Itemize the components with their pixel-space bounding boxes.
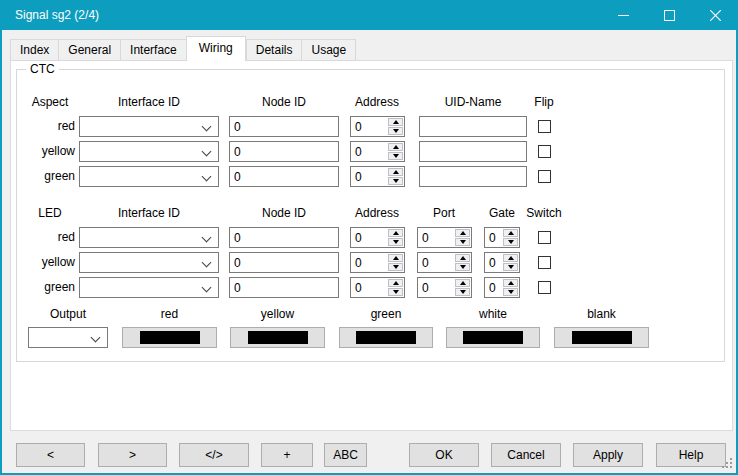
spinner-up-button[interactable]: [503, 254, 518, 262]
led-yellow-port-spinner[interactable]: 0: [417, 252, 472, 273]
black-swatch: [356, 331, 416, 344]
tab-details[interactable]: Details: [246, 39, 302, 61]
aspect-yellow-node-id-input[interactable]: [229, 141, 339, 162]
chevron-down-icon: [202, 172, 212, 182]
spinner-up-button[interactable]: [388, 229, 403, 237]
spinner-down-button[interactable]: [388, 152, 403, 160]
tab-wiring[interactable]: Wiring: [186, 36, 246, 61]
aspect-red-address-spinner[interactable]: 0: [350, 116, 405, 137]
spinner-down-button[interactable]: [388, 127, 403, 135]
spinner-down-button[interactable]: [388, 238, 403, 246]
led-green-node-id-input[interactable]: [229, 277, 339, 298]
led-red-port-spinner[interactable]: 0: [417, 227, 472, 248]
output-yellow-button[interactable]: [230, 327, 325, 348]
up-arrow-icon: [508, 281, 514, 285]
aspect-yellow-label: yellow: [10, 141, 75, 162]
prev-button[interactable]: <: [16, 443, 85, 467]
add-button[interactable]: +: [261, 443, 313, 467]
led-yellow-gate-spinner[interactable]: 0: [484, 252, 520, 273]
aspect-yellow-uid-name-input[interactable]: [419, 141, 527, 162]
led-yellow-interface-id-combobox[interactable]: [79, 252, 219, 273]
tab-interface[interactable]: Interface: [120, 39, 186, 61]
led-red-switch-checkbox[interactable]: [538, 231, 551, 244]
aspect-red-node-id-input[interactable]: [229, 116, 339, 137]
down-arrow-icon: [460, 265, 466, 269]
aspect-red-flip-checkbox[interactable]: [538, 120, 551, 133]
spinner-down-button[interactable]: [503, 238, 518, 246]
led-green-address-spinner[interactable]: 0: [350, 277, 405, 298]
spinner-down-button[interactable]: [455, 238, 470, 246]
output-blank-button[interactable]: [554, 327, 649, 348]
spinner-up-button[interactable]: [388, 279, 403, 287]
aspect-green-flip-checkbox[interactable]: [538, 170, 551, 183]
aspect-green-address-spinner[interactable]: 0: [350, 166, 405, 187]
spinner-up-button[interactable]: [388, 168, 403, 176]
led-green-port-spinner[interactable]: 0: [417, 277, 472, 298]
led-green-gate-spinner[interactable]: 0: [484, 277, 520, 298]
spinner-down-button[interactable]: [455, 288, 470, 296]
led-red-address-spinner[interactable]: 0: [350, 227, 405, 248]
led-red-interface-id-combobox[interactable]: [79, 227, 219, 248]
output-white-button[interactable]: [446, 327, 540, 348]
cancel-button[interactable]: Cancel: [491, 443, 561, 467]
spinner-up-button[interactable]: [388, 118, 403, 126]
next-button[interactable]: >: [98, 443, 167, 467]
chevron-down-icon: [91, 333, 101, 343]
tab-usage[interactable]: Usage: [301, 39, 356, 61]
aspect-yellow-flip-checkbox[interactable]: [538, 145, 551, 158]
chevron-down-icon: [202, 147, 212, 157]
abc-button[interactable]: ABC: [324, 443, 367, 467]
spinner-up-button[interactable]: [455, 254, 470, 262]
resize-grip[interactable]: [730, 458, 732, 460]
output-combobox[interactable]: [28, 327, 108, 348]
minimize-button[interactable]: [600, 0, 646, 30]
tab-index[interactable]: Index: [10, 39, 58, 61]
down-arrow-icon: [460, 290, 466, 294]
output-green-button[interactable]: [339, 327, 433, 348]
spinner-down-button[interactable]: [503, 263, 518, 271]
spinner-down-button[interactable]: [388, 288, 403, 296]
led-red-gate-spinner[interactable]: 0: [484, 227, 520, 248]
spinner-down-button[interactable]: [503, 288, 518, 296]
down-arrow-icon: [393, 154, 399, 158]
down-arrow-icon: [393, 240, 399, 244]
up-arrow-icon: [393, 120, 399, 124]
help-button[interactable]: Help: [656, 443, 726, 467]
led-red-node-id-input[interactable]: [229, 227, 339, 248]
led-green-switch-checkbox[interactable]: [538, 281, 551, 294]
close-icon: [710, 10, 721, 21]
aspect-green-uid-name-input[interactable]: [419, 166, 527, 187]
led-yellow-address-spinner[interactable]: 0: [350, 252, 405, 273]
spinner-up-button[interactable]: [503, 229, 518, 237]
output-red-button[interactable]: [122, 327, 217, 348]
window-title: Signal sg2 (2/4): [0, 8, 600, 22]
spinner-down-button[interactable]: [388, 177, 403, 185]
code-button[interactable]: </>: [179, 443, 249, 467]
aspect-yellow-interface-id-combobox[interactable]: [79, 141, 219, 162]
spinner-up-button[interactable]: [388, 143, 403, 151]
aspect-red-uid-name-input[interactable]: [419, 116, 527, 137]
spinner-down-button[interactable]: [388, 263, 403, 271]
maximize-button[interactable]: [646, 0, 692, 30]
spinner-down-button[interactable]: [455, 263, 470, 271]
aspect-green-interface-id-combobox[interactable]: [79, 166, 219, 187]
led-green-interface-id-combobox[interactable]: [79, 277, 219, 298]
spinner-up-button[interactable]: [455, 229, 470, 237]
led-yellow-node-id-input[interactable]: [229, 252, 339, 273]
aspect-red-label: red: [10, 116, 75, 137]
aspect-yellow-address-spinner[interactable]: 0: [350, 141, 405, 162]
spinner-up-button[interactable]: [455, 279, 470, 287]
spinner-up-button[interactable]: [503, 279, 518, 287]
aspect-red-interface-id-combobox[interactable]: [79, 116, 219, 137]
close-button[interactable]: [692, 0, 738, 30]
chevron-down-icon: [202, 122, 212, 132]
up-arrow-icon: [460, 281, 466, 285]
down-arrow-icon: [393, 179, 399, 183]
ok-button[interactable]: OK: [409, 443, 479, 467]
tab-general[interactable]: General: [58, 39, 120, 61]
led-yellow-switch-checkbox[interactable]: [538, 256, 551, 269]
output-col-header: Output: [28, 307, 108, 321]
apply-button[interactable]: Apply: [573, 443, 643, 467]
spinner-up-button[interactable]: [388, 254, 403, 262]
aspect-green-node-id-input[interactable]: [229, 166, 339, 187]
